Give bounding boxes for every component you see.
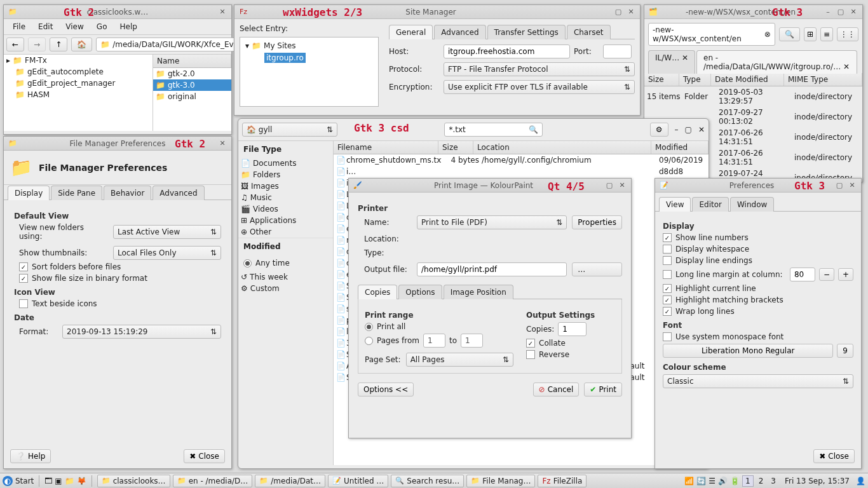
file-row[interactable]: 📁gtk-2.0 xyxy=(153,68,231,79)
view-compact-button[interactable]: ⋮⋮ xyxy=(837,27,858,41)
check-binary[interactable]: ✓Show file size in binary format xyxy=(19,274,221,283)
tab-general[interactable]: General xyxy=(389,25,433,39)
cancel-button[interactable]: ⊘ Cancel xyxy=(533,383,580,396)
firefox-icon[interactable]: 🦊 xyxy=(77,477,86,485)
ws-2[interactable]: 2 xyxy=(756,476,766,486)
close-icon[interactable]: ✕ xyxy=(626,7,636,17)
close-icon[interactable]: ✕ xyxy=(698,125,705,134)
side-apps[interactable]: ⊞Applications xyxy=(238,215,333,226)
spin-plus[interactable]: + xyxy=(838,268,853,281)
file-row-selected[interactable]: 📁gtk-3.0 xyxy=(153,79,231,91)
tab-close-icon[interactable]: ✕ xyxy=(682,53,688,62)
check-line-endings[interactable]: Display line endings xyxy=(663,256,853,265)
tab-sidepane[interactable]: Side Pane xyxy=(51,186,102,200)
tree-site[interactable]: itgroup.ro xyxy=(262,51,376,64)
font-button[interactable]: Liberation Mono Regular xyxy=(663,344,833,358)
maximize-icon[interactable]: ▢ xyxy=(685,125,692,134)
tab-behavior[interactable]: Behavior xyxy=(104,186,151,200)
browse-button[interactable]: … xyxy=(572,262,622,276)
menu-help[interactable]: Help xyxy=(114,20,142,33)
close-icon[interactable]: ✕ xyxy=(217,7,227,17)
side-images[interactable]: 🖼Images xyxy=(238,180,333,192)
menu-view[interactable]: View xyxy=(60,20,88,33)
tab-display[interactable]: Display xyxy=(8,186,50,200)
start-label[interactable]: Start xyxy=(15,477,34,485)
up-button[interactable]: ↑ xyxy=(50,37,67,51)
minimize-icon[interactable]: – xyxy=(823,7,833,17)
sidebar-item[interactable]: 📁HASM xyxy=(4,89,153,100)
side-documents[interactable]: 📄Documents xyxy=(238,158,333,169)
check-wrap[interactable]: ✓Wrap long lines xyxy=(663,307,853,316)
user-icon[interactable]: 👤 xyxy=(856,477,865,485)
tab-1[interactable]: IL/W… ✕ xyxy=(648,50,695,74)
tab-charset[interactable]: Charset xyxy=(567,25,611,39)
col-size[interactable]: Size xyxy=(438,141,473,154)
close-icon[interactable]: ✕ xyxy=(847,180,857,191)
show-desktop-icon[interactable]: 🗔 xyxy=(44,477,52,485)
options-button[interactable]: Options << xyxy=(358,383,414,396)
spin-minus[interactable]: − xyxy=(819,268,834,281)
home-button[interactable]: 🏠 xyxy=(71,37,92,51)
path-bar[interactable]: -new-w/WSX/wsx_content/en ⊗ xyxy=(648,23,775,46)
col-name[interactable]: Name xyxy=(153,55,231,67)
task-search[interactable]: 🔍 Search resu… xyxy=(391,475,464,487)
scheme-select[interactable]: Classic⇅ xyxy=(663,374,853,388)
tab-copies[interactable]: Copies xyxy=(358,285,397,299)
side-videos[interactable]: 🎬Videos xyxy=(238,203,333,215)
host-input[interactable] xyxy=(444,44,570,58)
close-icon[interactable]: ✕ xyxy=(217,139,227,149)
tab-window[interactable]: Window xyxy=(730,197,774,212)
tab-transfer[interactable]: Transfer Settings xyxy=(487,25,566,39)
help-button[interactable]: ❔ Help xyxy=(10,449,51,463)
maximize-icon[interactable]: ▢ xyxy=(604,180,614,191)
search-input[interactable]: *.txt🔍 xyxy=(444,123,543,137)
battery-icon[interactable]: 🔋 xyxy=(730,477,740,485)
tab-position[interactable]: Image Position xyxy=(444,285,513,299)
close-button[interactable]: ✖ Close xyxy=(813,449,855,463)
check-highlight-brackets[interactable]: ✓Highlight matching brackets xyxy=(663,295,853,304)
menu-go[interactable]: Go xyxy=(92,20,112,33)
format-select[interactable]: 2019-09-13 15:19:29⇅ xyxy=(62,325,221,339)
tab-view[interactable]: View xyxy=(659,197,691,212)
clear-icon[interactable]: ⊗ xyxy=(764,30,771,39)
printer-select[interactable]: Print to File (PDF)⇅ xyxy=(417,215,567,229)
check-whitespace[interactable]: Display whitespace xyxy=(663,245,853,254)
port-input[interactable] xyxy=(603,44,632,58)
task-fileman[interactable]: 📁 File Manag… xyxy=(466,475,535,487)
tab-options[interactable]: Options xyxy=(398,285,442,299)
file-row[interactable]: 📁original xyxy=(153,91,231,102)
files-icon[interactable]: 📁 xyxy=(65,477,74,485)
check-highlight-line[interactable]: ✓Highlight current line xyxy=(663,284,853,293)
task-media[interactable]: 📁 /media/Dat… xyxy=(255,475,325,487)
sidebar-item[interactable]: ▸📁FM-Tx xyxy=(4,55,153,66)
check-text-beside[interactable]: Text beside icons xyxy=(19,299,221,308)
side-other[interactable]: ⊕Other xyxy=(238,226,333,238)
back-button[interactable]: ← xyxy=(6,37,24,51)
sidebar-item[interactable]: 📁gEdit_project_manager xyxy=(4,78,153,89)
encryption-select[interactable]: Use explicit FTP over TLS if available⇅ xyxy=(444,80,635,94)
check-long-line[interactable]: Long line margin at column: − + xyxy=(663,268,853,281)
updates-icon[interactable]: 🔄 xyxy=(696,477,706,485)
volume-icon[interactable]: 🔊 xyxy=(718,477,728,485)
tab-close-icon[interactable]: ✕ xyxy=(843,62,850,71)
radio-pages-from[interactable]: Pages from to xyxy=(365,334,513,348)
output-input[interactable] xyxy=(417,262,567,276)
view-using-select[interactable]: Last Active View⇅ xyxy=(113,225,221,239)
file-row[interactable]: 📄chrome_shutdown_ms.txt4 bytes/home/gyll… xyxy=(334,154,709,166)
protocol-select[interactable]: FTP - File Transfer Protocol⇅ xyxy=(444,62,635,76)
tab-2[interactable]: en - /media/Data/GIL/WWW/itgroup.ro/… ✕ xyxy=(696,50,857,74)
maximize-icon[interactable]: ▢ xyxy=(836,7,846,17)
tab-editor[interactable]: Editor xyxy=(692,197,729,212)
close-icon[interactable]: ✕ xyxy=(848,7,858,17)
ws-1[interactable]: 1 xyxy=(742,475,754,487)
radio-thisweek[interactable]: ↺This week xyxy=(238,271,333,283)
print-button[interactable]: ✔ Print xyxy=(584,383,622,396)
close-icon[interactable]: ✕ xyxy=(617,180,627,191)
minimize-icon[interactable]: – xyxy=(675,125,679,134)
side-music[interactable]: ♫Music xyxy=(238,192,333,203)
tab-advanced[interactable]: Advanced xyxy=(153,186,204,200)
check-line-numbers[interactable]: ✓Show line numbers xyxy=(663,233,853,242)
menu-edit[interactable]: Edit xyxy=(33,20,58,33)
location-combo[interactable]: 🏠 gyll⇅ xyxy=(242,123,337,137)
maximize-icon[interactable]: ▢ xyxy=(834,180,844,191)
